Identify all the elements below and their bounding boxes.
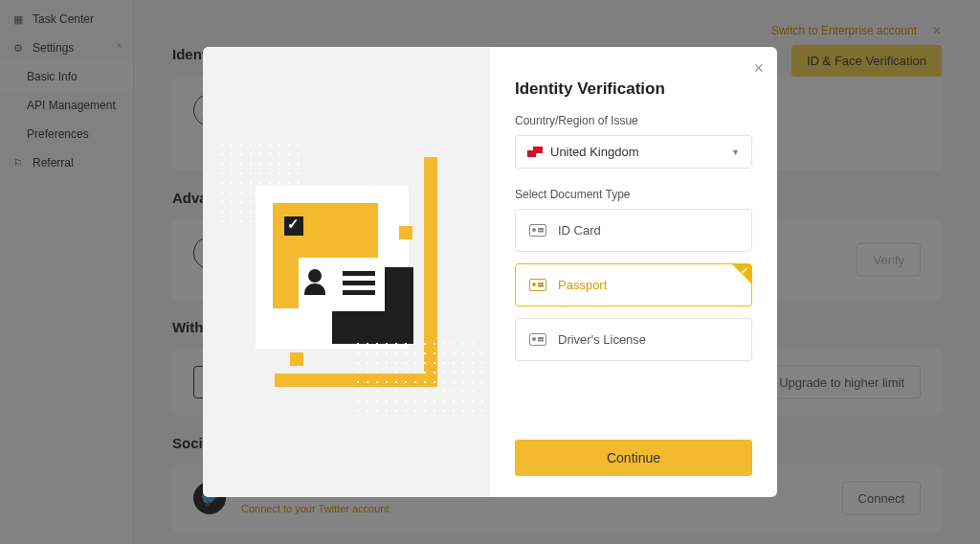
doc-option-label: Driver's License bbox=[558, 332, 646, 347]
modal-overlay: × Identity Verification Country/Region o… bbox=[0, 0, 980, 544]
doc-option-passport[interactable]: Passport ✓ bbox=[515, 263, 752, 306]
close-icon[interactable]: × bbox=[753, 58, 764, 79]
doc-option-label: ID Card bbox=[558, 223, 601, 238]
doc-option-label: Passport bbox=[558, 278, 607, 292]
modal-illustration bbox=[203, 47, 490, 497]
country-label: Country/Region of Issue bbox=[515, 114, 752, 127]
license-icon bbox=[529, 333, 546, 346]
passport-icon bbox=[529, 279, 546, 291]
uk-flag-icon bbox=[527, 147, 543, 157]
doc-type-label: Select Document Type bbox=[515, 188, 752, 201]
doc-option-id-card[interactable]: ID Card bbox=[515, 209, 752, 252]
id-card-icon bbox=[529, 224, 546, 237]
country-value: United Kingdom bbox=[550, 145, 639, 159]
caret-down-icon: ▼ bbox=[731, 147, 740, 157]
identity-verification-modal: × Identity Verification Country/Region o… bbox=[203, 47, 777, 497]
continue-button[interactable]: Continue bbox=[515, 440, 752, 476]
modal-title: Identity Verification bbox=[515, 79, 752, 99]
country-select[interactable]: United Kingdom ▼ bbox=[515, 135, 752, 169]
check-icon: ✓ bbox=[741, 265, 748, 276]
doc-option-drivers-license[interactable]: Driver's License bbox=[515, 318, 752, 361]
